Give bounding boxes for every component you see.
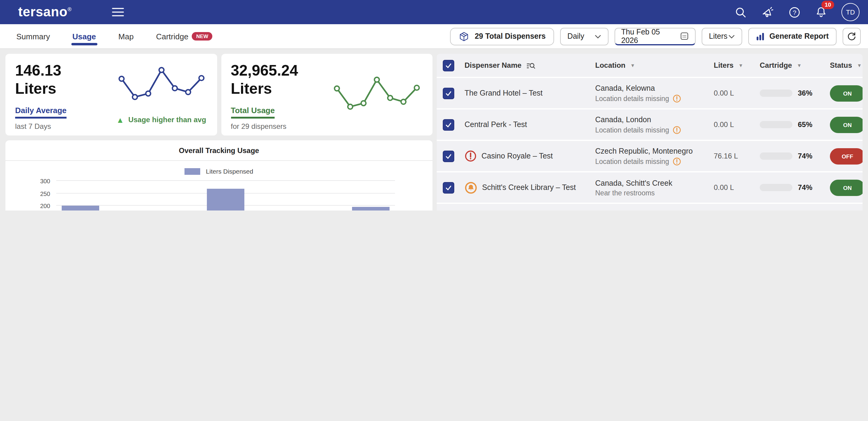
dispenser-name: Casino Royale – Test [482, 152, 553, 160]
top-header: tersano® ? 10 TD [0, 0, 868, 24]
help-icon[interactable]: ? [788, 6, 801, 19]
daily-average-sublabel: last 7 Days [15, 122, 66, 131]
interval-select[interactable]: Daily [560, 28, 609, 45]
y-tick-label: 250 [40, 190, 50, 197]
dispenser-name-cell: Central Perk - Test [465, 120, 595, 129]
dispenser-name-cell: Schitt's Creek Library – Test [465, 181, 595, 194]
svg-text:?: ? [793, 9, 796, 16]
new-badge: NEW [192, 32, 213, 40]
main-tabs: SummaryUsageMapCartridgeNEW [0, 24, 234, 49]
bar [352, 207, 390, 210]
notifications-bell-icon[interactable]: 10 [815, 5, 828, 19]
notification-count-badge: 10 [822, 1, 834, 9]
location-primary: Czech Republic, Montenegro [595, 147, 714, 155]
column-location[interactable]: Location▼ [595, 61, 714, 69]
unit-select[interactable]: Liters [702, 28, 742, 45]
cartridge-progress [760, 121, 793, 128]
legend-swatch [185, 168, 200, 175]
status-cell: OFF [830, 148, 863, 164]
table-row[interactable]: Dunder Mifflin - Main Office – TestUnite… [437, 204, 863, 210]
daily-average-card: 146.13Liters Daily Average last 7 Days ▲… [5, 54, 217, 136]
sort-icon[interactable]: ▼ [630, 63, 635, 68]
dispenser-table: Dispenser Name Location▼ Liters▼ Cartrid… [437, 54, 863, 210]
table-body: The Grand Hotel – TestCanada, KelownaLoc… [437, 78, 863, 210]
warning-icon [673, 125, 681, 134]
menu-icon[interactable] [109, 5, 126, 19]
bar [207, 189, 244, 210]
row-checkbox[interactable] [443, 119, 454, 130]
warning-icon [673, 157, 681, 166]
liters-value: 0.00 L [714, 89, 760, 97]
location-secondary: Location details missing [595, 157, 714, 166]
total-usage-sublabel: for 29 dispensers [231, 122, 298, 131]
tersano-logo: tersano® [18, 5, 72, 19]
select-all-checkbox[interactable] [443, 60, 454, 71]
status-badge[interactable]: ON [830, 116, 863, 133]
search-filter-icon[interactable] [526, 61, 535, 69]
cartridge-percent: 65% [798, 120, 812, 129]
status-cell: ON [830, 116, 863, 133]
location-cell: Canada, LondonLocation details missing [595, 115, 714, 134]
total-dispensers-button[interactable]: 29 Total Dispensers [450, 28, 554, 45]
tab-cartridge[interactable]: CartridgeNEW [155, 24, 214, 49]
column-liters[interactable]: Liters▼ [714, 61, 760, 69]
refresh-button[interactable] [843, 28, 861, 45]
dispenser-name: Schitt's Creek Library – Test [482, 183, 576, 192]
date-picker[interactable]: Thu Feb 05 2026 [615, 28, 695, 45]
alert-icon [465, 150, 477, 162]
generate-report-button[interactable]: Generate Report [748, 28, 837, 45]
y-tick-label: 300 [40, 178, 50, 184]
sort-icon[interactable]: ▼ [738, 63, 743, 68]
usage-trend-note: ▲ Usage higher than avg [116, 116, 206, 124]
tab-summary[interactable]: Summary [15, 24, 51, 49]
table-row[interactable]: Casino Royale – TestCzech Republic, Mont… [437, 141, 863, 172]
column-dispenser-name[interactable]: Dispenser Name [465, 61, 595, 69]
location-cell: Canada, KelownaLocation details missing [595, 84, 714, 102]
location-secondary: Near the restrooms [595, 189, 714, 196]
table-row[interactable]: Schitt's Creek Library – TestCanada, Sch… [437, 172, 863, 204]
cartridge-progress [760, 90, 793, 97]
liters-value: 0.00 L [714, 120, 760, 129]
triangle-up-icon: ▲ [116, 116, 124, 124]
toolbar-controls: 29 Total Dispensers Daily Thu Feb 05 202… [450, 28, 868, 45]
location-primary: Canada, Kelowna [595, 84, 714, 92]
dispenser-name: The Grand Hotel – Test [465, 89, 542, 97]
cartridge-progress [760, 152, 793, 160]
tab-toolbar-row: SummaryUsageMapCartridgeNEW 29 Total Dis… [0, 24, 868, 49]
overall-tracking-usage-chart: Overall Tracking Usage Liters Dispensed … [5, 140, 433, 210]
daily-average-sparkline [115, 62, 207, 110]
chevron-down-icon [728, 34, 735, 38]
row-checkbox[interactable] [443, 182, 454, 193]
avatar[interactable]: TD [841, 3, 860, 21]
chevron-down-icon [595, 34, 601, 38]
calendar-icon [680, 31, 689, 40]
main-content: 146.13Liters Daily Average last 7 Days ▲… [0, 49, 868, 210]
row-checkbox[interactable] [443, 87, 454, 99]
sort-icon[interactable]: ▼ [797, 63, 802, 68]
announcements-icon[interactable] [761, 5, 774, 19]
status-badge[interactable]: ON [830, 179, 863, 196]
status-badge[interactable]: OFF [830, 148, 863, 164]
cartridge-percent: 36% [798, 89, 812, 97]
sort-icon[interactable]: ▼ [857, 63, 862, 68]
table-row[interactable]: Central Perk - TestCanada, LondonLocatio… [437, 110, 863, 141]
y-tick-label: 200 [40, 203, 50, 209]
status-badge[interactable]: ON [830, 85, 863, 101]
location-cell: Czech Republic, MontenegroLocation detai… [595, 147, 714, 166]
cartridge-progress [760, 184, 793, 191]
table-header-row: Dispenser Name Location▼ Liters▼ Cartrid… [437, 54, 863, 78]
status-cell: ON [830, 179, 863, 196]
total-usage-link[interactable]: Total Usage [231, 106, 275, 119]
row-checkbox[interactable] [443, 150, 454, 162]
daily-average-value: 146.13Liters [15, 61, 66, 97]
daily-average-link[interactable]: Daily Average [15, 106, 66, 119]
total-usage-value: 32,965.24Liters [231, 61, 298, 97]
tab-usage[interactable]: Usage [71, 24, 97, 49]
column-status[interactable]: Status▼ [830, 61, 863, 69]
tab-map[interactable]: Map [117, 24, 135, 49]
column-cartridge[interactable]: Cartridge▼ [760, 61, 830, 69]
search-icon[interactable] [734, 6, 747, 19]
table-row[interactable]: The Grand Hotel – TestCanada, KelownaLoc… [437, 78, 863, 110]
bars [56, 181, 395, 210]
bell-icon [465, 181, 477, 194]
